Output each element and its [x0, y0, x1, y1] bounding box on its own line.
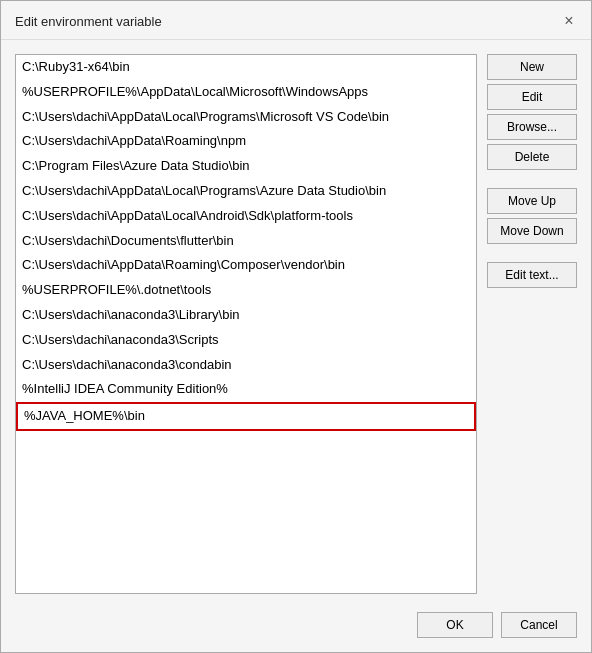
button-spacer	[487, 174, 577, 184]
dialog-body: C:\Ruby31-x64\bin%USERPROFILE%\AppData\L…	[1, 40, 591, 604]
list-item[interactable]: %USERPROFILE%\AppData\Local\Microsoft\Wi…	[16, 80, 476, 105]
list-item[interactable]: C:\Program Files\Azure Data Studio\bin	[16, 154, 476, 179]
list-item[interactable]: C:\Users\dachi\anaconda3\condabin	[16, 353, 476, 378]
list-item[interactable]: C:\Users\dachi\AppData\Roaming\Composer\…	[16, 253, 476, 278]
list-item[interactable]: C:\Users\dachi\Documents\flutter\bin	[16, 229, 476, 254]
delete-button[interactable]: Delete	[487, 144, 577, 170]
title-bar: Edit environment variable ×	[1, 1, 591, 40]
cancel-button[interactable]: Cancel	[501, 612, 577, 638]
env-variable-list[interactable]: C:\Ruby31-x64\bin%USERPROFILE%\AppData\L…	[15, 54, 477, 594]
button-spacer-2	[487, 248, 577, 258]
list-item[interactable]: %IntelliJ IDEA Community Edition%	[16, 377, 476, 402]
new-button[interactable]: New	[487, 54, 577, 80]
edit-button[interactable]: Edit	[487, 84, 577, 110]
list-item[interactable]: C:\Users\dachi\anaconda3\Scripts	[16, 328, 476, 353]
list-item[interactable]: C:\Users\dachi\AppData\Local\Android\Sdk…	[16, 204, 476, 229]
list-item[interactable]: %JAVA_HOME%\bin	[16, 402, 476, 431]
list-item[interactable]: %USERPROFILE%\.dotnet\tools	[16, 278, 476, 303]
list-item[interactable]: C:\Users\dachi\anaconda3\Library\bin	[16, 303, 476, 328]
move-up-button[interactable]: Move Up	[487, 188, 577, 214]
ok-button[interactable]: OK	[417, 612, 493, 638]
close-button[interactable]: ×	[559, 11, 579, 31]
move-down-button[interactable]: Move Down	[487, 218, 577, 244]
list-item[interactable]: C:\Users\dachi\AppData\Local\Programs\Mi…	[16, 105, 476, 130]
list-item[interactable]: C:\Ruby31-x64\bin	[16, 55, 476, 80]
dialog-footer: OK Cancel	[1, 604, 591, 652]
list-item[interactable]: C:\Users\dachi\AppData\Local\Programs\Az…	[16, 179, 476, 204]
edit-env-variable-dialog: Edit environment variable × C:\Ruby31-x6…	[0, 0, 592, 653]
browse-button[interactable]: Browse...	[487, 114, 577, 140]
dialog-title: Edit environment variable	[15, 14, 162, 29]
list-item[interactable]: C:\Users\dachi\AppData\Roaming\npm	[16, 129, 476, 154]
edit-text-button[interactable]: Edit text...	[487, 262, 577, 288]
action-buttons-panel: New Edit Browse... Delete Move Up Move D…	[487, 54, 577, 594]
